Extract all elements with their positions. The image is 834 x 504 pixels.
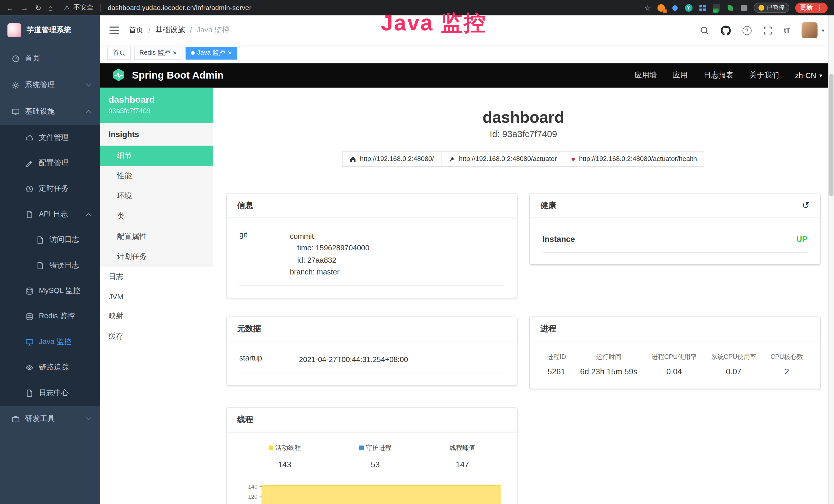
sidebar-item-jobs[interactable]: 定时任务 (0, 176, 100, 201)
breadcrumb-separator: / (149, 26, 151, 35)
sidebar-item-label: 链路追踪 (39, 363, 69, 372)
profile-paused-pill[interactable]: 已暂停 (753, 3, 789, 13)
site-security[interactable]: ⚠ 不安全 (64, 3, 93, 12)
metric-cpu-cores: CPU核心数 2 (771, 352, 803, 375)
threads-card-body: 活动线程 143 守护进程 53 线程峰值 (226, 432, 517, 504)
sidebar-item-tracing[interactable]: 链路追踪 (0, 354, 100, 380)
actuator-url-link[interactable]: http://192.168.0.2:48080/actuator (441, 151, 564, 167)
sidebar-item-infra[interactable]: 基础设施 (0, 98, 100, 125)
close-icon[interactable]: × (173, 49, 177, 56)
sidebar-item-java-monitor[interactable]: Java 监控 (0, 329, 100, 354)
sba-nav-wallboard[interactable]: 应用墙 (634, 71, 657, 80)
sba-item-classes[interactable]: 类 (100, 206, 213, 226)
sba-nav-journal[interactable]: 日志报表 (704, 71, 733, 80)
chart-plot-area (262, 481, 501, 504)
threads-card: 线程 活动线程 143 守护进程 (226, 408, 517, 504)
breadcrumb-separator: / (190, 26, 192, 35)
sidebar-item-error-log[interactable]: 错误日志 (0, 253, 100, 278)
close-icon[interactable]: × (228, 49, 232, 56)
instance-header[interactable]: dashboard 93a3fc7f7409 (100, 88, 213, 123)
gear-icon (12, 81, 20, 89)
sba-body: dashboard 93a3fc7f7409 Insights 细节 性能 环境… (100, 88, 834, 504)
locale-select[interactable]: zh-CN ▾ (795, 71, 822, 79)
health-card-body: Instance UP (530, 217, 820, 264)
fullscreen-icon[interactable] (763, 26, 772, 35)
browser-home-button[interactable]: ⌂ (48, 4, 53, 12)
extension-leaf-icon[interactable] (726, 4, 734, 12)
bookmark-star-icon[interactable]: ☆ (644, 4, 651, 12)
sba-item-loggers[interactable]: 日志 (100, 267, 213, 287)
help-icon[interactable]: ? (742, 26, 751, 35)
sidebar-item-mysql[interactable]: MySQL 监控 (0, 278, 100, 303)
y-glyph: Y (685, 4, 692, 12)
extension-y-icon[interactable]: Y (684, 4, 693, 12)
sidebar-item-system[interactable]: 系统管理 (0, 72, 100, 98)
scrollbar-thumb[interactable] (829, 74, 833, 196)
metric-label: 系统CPU使用率 (711, 352, 756, 361)
sidebar-item-api-log[interactable]: API 日志 (0, 202, 100, 227)
sidebar-item-label: MySQL 监控 (39, 286, 81, 296)
sba-item-caches[interactable]: 缓存 (100, 326, 213, 347)
document-icon (25, 210, 34, 218)
sba-brand: Spring Boot Admin (132, 70, 224, 82)
page-scrollbar[interactable] (828, 16, 834, 504)
sba-item-details[interactable]: 细节 (100, 145, 213, 166)
tab-home[interactable]: 首页 (107, 46, 131, 59)
sba-item-config-props[interactable]: 配置属性 (100, 226, 213, 247)
sba-header: Spring Boot Admin 应用墙 应用 日志报表 关于我们 zh-CN… (100, 63, 834, 88)
back-button[interactable]: ← (6, 4, 14, 12)
cloud-icon (25, 134, 34, 142)
github-icon[interactable] (721, 25, 730, 35)
sidebar-item-access-log[interactable]: 访问日志 (0, 227, 100, 252)
extension-drop-icon[interactable] (671, 4, 679, 12)
service-url-link[interactable]: http://192.168.0.2:48080/ (342, 151, 441, 167)
sidebar-item-label: 文件管理 (39, 133, 69, 142)
process-card-header: 进程 (530, 317, 820, 340)
extension-grid-icon[interactable] (698, 4, 706, 12)
update-label: 更新 (800, 3, 813, 12)
sba-item-jvm[interactable]: JVM (100, 287, 213, 306)
sba-item-metrics[interactable]: 性能 (100, 166, 213, 186)
extension-on-icon[interactable]: on (712, 4, 720, 12)
sidebar-item-config[interactable]: 配置管理 (0, 151, 100, 176)
sidebar-collapse-icon[interactable] (110, 27, 119, 34)
sidebar-item-label: 错误日志 (49, 260, 79, 270)
search-icon[interactable] (700, 26, 709, 35)
tab-java-monitor[interactable]: Java 监控 × (185, 46, 237, 59)
sidebar-item-redis[interactable]: Redis 监控 (0, 303, 100, 329)
extension-fox-icon[interactable]: 1 (657, 4, 665, 12)
health-url-link[interactable]: ♥ http://192.168.0.2:48080/actuator/heal… (564, 151, 705, 167)
card-title: 健康 (541, 201, 556, 210)
wrench-icon (448, 156, 455, 162)
font-size-icon[interactable]: tT (784, 26, 790, 35)
kebab-menu-icon[interactable]: ⋮ (816, 4, 823, 12)
info-row-git: git commit: time: 1596289704000 id: 27aa… (239, 228, 504, 286)
gauge-icon (12, 54, 20, 62)
edit-icon (25, 159, 34, 167)
forward-button[interactable]: → (21, 4, 28, 12)
sba-item-mappings[interactable]: 映射 (100, 306, 213, 327)
metric-value: 5261 (547, 367, 566, 375)
sba-item-scheduled-tasks[interactable]: 计划任务 (100, 247, 213, 267)
sidebar-item-log-center[interactable]: 日志中心 (0, 380, 100, 406)
sba-item-environment[interactable]: 环境 (100, 186, 213, 206)
chrome-update-button[interactable]: 更新 ⋮ (795, 2, 828, 13)
tab-redis-monitor[interactable]: Redis 监控 × (134, 46, 182, 59)
info-line: time: 1596289704000 (290, 242, 369, 254)
sba-nav-about[interactable]: 关于我们 (749, 71, 779, 80)
breadcrumb-infra[interactable]: 基础设施 (155, 25, 185, 35)
sidebar-item-home[interactable]: 首页 (0, 45, 100, 72)
breadcrumb-home[interactable]: 首页 (129, 25, 144, 35)
app-logo-row[interactable]: 芋道管理系统 (0, 16, 100, 45)
sidebar-item-files[interactable]: 文件管理 (0, 125, 100, 151)
refresh-button[interactable]: ↻ (35, 4, 41, 12)
warning-icon: ⚠ (64, 4, 70, 12)
sba-nav-applications[interactable]: 应用 (673, 71, 687, 80)
user-avatar[interactable] (802, 22, 817, 38)
address-bar[interactable]: dashboard.yudao.iocoder.cn/infra/admin-s… (108, 4, 251, 12)
card-title: 线程 (237, 414, 253, 425)
history-icon[interactable]: ↺ (802, 201, 810, 210)
sba-logo-icon (112, 68, 126, 83)
sidebar-item-dev-tools[interactable]: 研发工具 (0, 406, 100, 432)
extension-puzzle-icon[interactable] (740, 4, 748, 12)
